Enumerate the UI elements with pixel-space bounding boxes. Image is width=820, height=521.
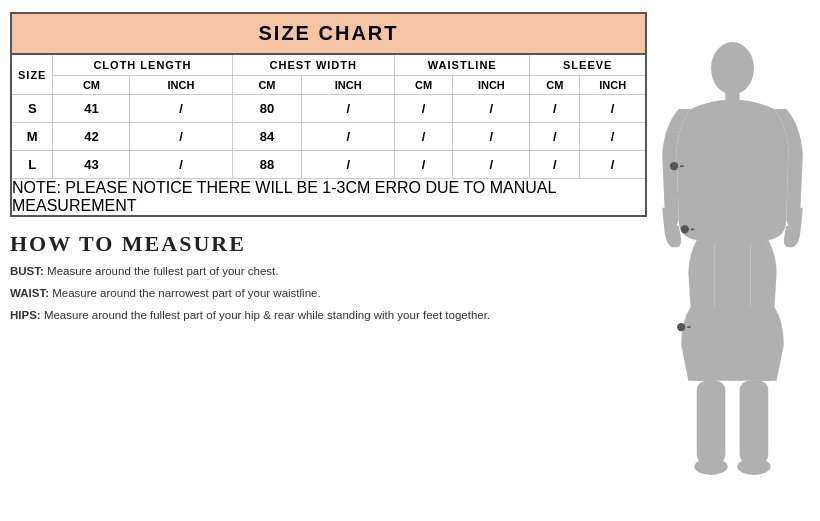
cloth-length-inch-header: INCH [130,76,232,95]
svg-rect-2 [699,220,766,244]
size-chart-title: SIZE CHART [12,14,645,55]
sleeve-inch-header: INCH [580,76,645,95]
cloth-length-header: CLOTH LENGTH [53,55,232,76]
measure-item: BUST: Measure around the fullest part of… [10,263,647,279]
waistline-cm-header: CM [395,76,453,95]
body-figure-section [655,12,810,511]
table-row: M42/84///// [12,123,645,151]
svg-rect-3 [691,307,774,381]
table-row: L43/88///// [12,151,645,179]
svg-point-7 [737,458,770,475]
svg-rect-5 [740,381,769,464]
chest-width-inch-header: INCH [302,76,395,95]
cloth-length-cm-header: CM [53,76,130,95]
svg-point-6 [694,458,727,475]
body-silhouette [655,12,810,511]
svg-rect-4 [697,381,726,464]
svg-point-0 [711,42,754,94]
measure-label: HIPS: [10,309,44,321]
size-col-header: SIZE [12,55,53,95]
how-to-measure-title: HOW TO MEASURE [10,231,647,257]
chest-width-header: CHEST WIDTH [232,55,395,76]
measure-item: WAIST: Measure around the narrowest part… [10,285,647,301]
chest-width-cm-header: CM [232,76,302,95]
waistline-inch-header: INCH [453,76,530,95]
measure-item: HIPS: Measure around the fullest part of… [10,307,647,323]
how-to-measure-section: HOW TO MEASURE BUST: Measure around the … [10,227,647,333]
size-chart: SIZE CHART SIZE CLOTH LENGTH CHEST WIDTH… [10,12,647,217]
measure-label: WAIST: [10,287,52,299]
table-row: S41/80///// [12,95,645,123]
sleeve-header: SLEEVE [530,55,645,76]
measure-label: BUST: [10,265,47,277]
sleeve-cm-header: CM [530,76,580,95]
size-chart-note: NOTE: PLEASE NOTICE THERE WILL BE 1-3CM … [12,179,645,216]
waistline-header: WAISTLINE [395,55,530,76]
